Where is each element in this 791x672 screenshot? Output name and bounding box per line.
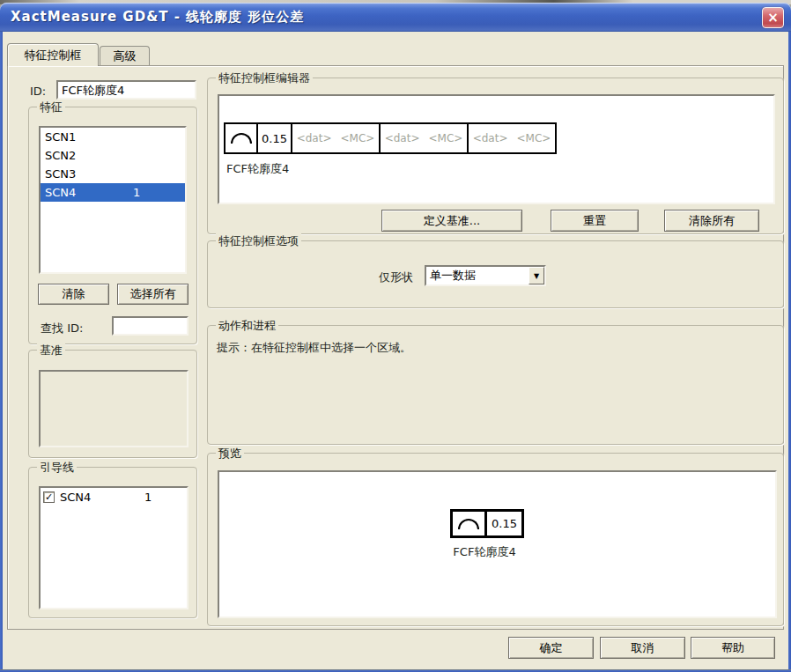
tab-advanced[interactable]: 高级 (100, 46, 150, 66)
leader-line-groupbox: 引导线 ✓ SCN4 1 (28, 467, 197, 618)
ok-button[interactable]: 确定 (508, 637, 594, 659)
titlebar[interactable]: XactMeasure GD&T - 线轮廓度 形位公差 × (0, 3, 791, 32)
list-item[interactable]: SCN2 (41, 146, 185, 165)
dropdown-value: 单一数据 (426, 268, 529, 284)
dialog-client-area: 特征控制框 高级 ID: FCF轮廓度4 特征 SCN1 SCN2 (3, 32, 788, 669)
actions-title: 动作和进程 (216, 318, 278, 334)
list-item[interactable]: SCN3 (41, 165, 185, 183)
find-id-input[interactable] (112, 316, 189, 336)
leader-list-item[interactable]: ✓ SCN4 1 (41, 488, 187, 506)
fcf-datum-cell-1[interactable]: <dat> <MC> (292, 124, 381, 152)
tab-feature-control-frame[interactable]: 特征控制框 (7, 43, 99, 66)
features-group-title: 特征 (37, 100, 65, 115)
datum-list[interactable] (39, 370, 189, 447)
preview-groupbox: 预览 0.15 FCF轮廓度4 (207, 453, 784, 626)
reset-button[interactable]: 重置 (551, 210, 639, 232)
fcf-symbol-cell[interactable] (225, 124, 258, 152)
list-item-selected[interactable]: SCN4 1 (41, 183, 185, 202)
actions-groupbox: 动作和进程 提示：在特征控制框中选择一个区域。 (207, 325, 784, 445)
form-only-label: 仅形状 (379, 270, 413, 285)
xactmeasure-gdt-dialog: XactMeasure GD&T - 线轮廓度 形位公差 × 特征控制框 高级 … (0, 0, 791, 672)
profile-of-line-icon (231, 133, 252, 144)
leader-line-list[interactable]: ✓ SCN4 1 (39, 486, 189, 609)
fcf-datum-cell-2[interactable]: <dat> <MC> (381, 124, 469, 152)
help-button[interactable]: 帮助 (691, 637, 775, 659)
preview-symbol-cell (453, 512, 487, 535)
datum-groupbox: 基准 (28, 350, 197, 458)
fcf-editor-groupbox: 特征控制框编辑器 0.15 <dat> <MC> <dat> < (207, 78, 784, 234)
preview-fcf-label: FCF轮廓度4 (447, 544, 522, 560)
find-id-label: 查找 ID: (41, 321, 83, 336)
preview-tolerance-cell: 0.15 (487, 512, 521, 535)
fcf-name-label: FCF轮廓度4 (226, 161, 289, 177)
fcf-options-title: 特征控制框选项 (216, 233, 301, 249)
select-all-button[interactable]: 选择所有 (117, 284, 189, 305)
tab-page: ID: FCF轮廓度4 特征 SCN1 SCN2 SCN3 (7, 65, 784, 630)
preview-fcf: 0.15 (450, 509, 524, 538)
datum-group-title: 基准 (37, 343, 65, 358)
fcf-datum-cell-3[interactable]: <dat> <MC> (469, 124, 555, 152)
clear-all-button[interactable]: 清除所有 (664, 210, 759, 232)
fcf-editor-canvas[interactable]: 0.15 <dat> <MC> <dat> <MC> <dat> <MC> (218, 94, 775, 204)
form-only-dropdown[interactable]: 单一数据 ▼ (425, 265, 546, 286)
preview-title: 预览 (216, 446, 244, 462)
list-item[interactable]: SCN1 (41, 128, 185, 146)
clear-button[interactable]: 清除 (38, 284, 109, 305)
tip-text: 提示：在特征控制框中选择一个区域。 (217, 340, 411, 356)
fcf-strip: 0.15 <dat> <MC> <dat> <MC> <dat> <MC> (224, 122, 557, 154)
define-datum-button[interactable]: 定义基准... (381, 210, 522, 232)
chevron-down-icon[interactable]: ▼ (529, 267, 544, 284)
profile-of-line-icon (458, 519, 479, 529)
window-title: XactMeasure GD&T - 线轮廓度 形位公差 (0, 9, 304, 26)
id-label: ID: (30, 85, 46, 98)
features-groupbox: 特征 SCN1 SCN2 SCN3 SCN4 (28, 107, 197, 344)
id-input[interactable]: FCF轮廓度4 (56, 80, 196, 100)
fcf-tolerance-cell[interactable]: 0.15 (258, 124, 292, 152)
close-icon[interactable]: × (762, 7, 784, 28)
cancel-button[interactable]: 取消 (600, 637, 685, 659)
checkbox-checked-icon[interactable]: ✓ (43, 491, 55, 503)
fcf-editor-title: 特征控制框编辑器 (216, 70, 313, 86)
features-list[interactable]: SCN1 SCN2 SCN3 SCN4 1 (39, 126, 187, 274)
fcf-options-groupbox: 特征控制框选项 仅形状 单一数据 ▼ (207, 240, 784, 308)
leader-group-title: 引导线 (37, 460, 77, 476)
preview-canvas: 0.15 FCF轮廓度4 (218, 470, 777, 618)
